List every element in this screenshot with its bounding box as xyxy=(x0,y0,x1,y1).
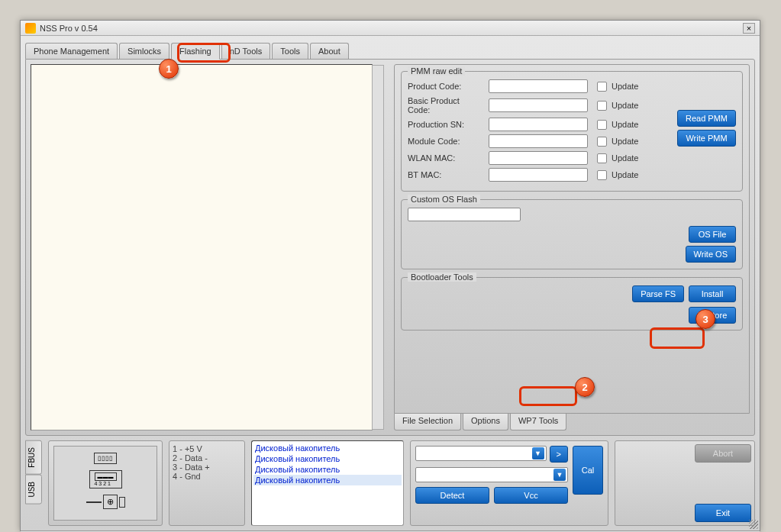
log-panel[interactable] xyxy=(31,64,373,430)
detect-button[interactable]: Detect xyxy=(415,487,489,504)
bottom-area: FBUS USB ▯▯▯▯ ▬▬▬4 3 2 1 ⊕ 1 - +5 V 2 - … xyxy=(25,440,755,526)
tab-about[interactable]: About xyxy=(310,43,349,59)
input-bt-mac[interactable] xyxy=(489,168,588,182)
right-tab-content: PMM raw edit Product Code:Update Basic P… xyxy=(394,64,750,414)
list-item[interactable]: Дисковый накопитель xyxy=(253,453,402,464)
input-module-code[interactable] xyxy=(489,134,588,148)
tab-content: PMM raw edit Product Code:Update Basic P… xyxy=(25,59,755,436)
install-button[interactable]: Install xyxy=(689,285,736,302)
right-tabs: File Selection Options WP7 Tools xyxy=(394,414,750,430)
bootloader-group: Bootloader Tools Parse FS Install Restor… xyxy=(401,277,743,330)
side-tabs: FBUS USB xyxy=(25,440,42,526)
content-area: Phone Management Simlocks Flashing nD To… xyxy=(21,36,760,530)
parse-fs-button[interactable]: Parse FS xyxy=(632,285,684,302)
usb-diagram: ▯▯▯▯ ▬▬▬4 3 2 1 ⊕ xyxy=(53,446,157,521)
bootloader-title: Bootloader Tools xyxy=(408,272,476,282)
write-pmm-button[interactable]: Write PMM xyxy=(677,130,736,147)
usb-connector-icon: ⊕ xyxy=(86,495,125,509)
pmm-group: PMM raw edit Product Code:Update Basic P… xyxy=(401,71,743,192)
label-production-sn: Production SN: xyxy=(408,120,484,129)
titlebar[interactable]: NSS Pro v 0.54 × xyxy=(21,21,760,36)
legend-3: 3 - Data + xyxy=(173,463,241,472)
right-panel: PMM raw edit Product Code:Update Basic P… xyxy=(394,64,750,430)
usb-pins: ▬▬▬4 3 2 1 xyxy=(89,470,122,488)
tab-phone-management[interactable]: Phone Management xyxy=(25,43,118,59)
tab-flashing[interactable]: Flashing xyxy=(171,43,220,60)
check-bt-mac[interactable] xyxy=(597,170,607,180)
tab-file-selection[interactable]: File Selection xyxy=(394,414,461,430)
resize-handle-icon[interactable] xyxy=(749,520,758,529)
scrollbar[interactable] xyxy=(372,65,384,430)
close-icon[interactable]: × xyxy=(743,23,755,34)
tab-tools[interactable]: Tools xyxy=(272,43,308,59)
exit-panel: Abort Exit xyxy=(615,440,755,526)
osflash-input[interactable] xyxy=(408,208,521,221)
list-item[interactable]: Дисковый накопитель xyxy=(253,464,402,475)
input-wlan-mac[interactable] xyxy=(489,151,588,165)
check-production-sn[interactable] xyxy=(597,120,607,130)
app-icon xyxy=(25,23,36,34)
label-wlan-mac: WLAN MAC: xyxy=(408,153,484,163)
exit-button[interactable]: Exit xyxy=(695,504,751,522)
osflash-title: Custom OS Flash xyxy=(408,195,480,204)
usb-panel: ▯▯▯▯ ▬▬▬4 3 2 1 ⊕ xyxy=(48,440,163,526)
tab-simlocks[interactable]: Simlocks xyxy=(119,43,169,59)
check-product-code[interactable] xyxy=(597,82,607,92)
list-item[interactable]: Дисковый накопитель xyxy=(253,443,402,453)
dropdown-1[interactable]: ▼ xyxy=(415,446,547,461)
label-module-code: Module Code: xyxy=(408,137,484,146)
pmm-title: PMM raw edit xyxy=(408,66,465,76)
abort-button[interactable]: Abort xyxy=(695,444,751,463)
read-pmm-button[interactable]: Read PMM xyxy=(677,110,736,127)
legend-4: 4 - Gnd xyxy=(173,472,241,481)
callout-3: 3 xyxy=(695,309,715,329)
input-basic-product-code[interactable] xyxy=(489,98,588,112)
list-item[interactable]: Дисковый накопитель xyxy=(253,475,402,485)
label-product-code: Product Code: xyxy=(408,82,484,91)
dropdown-2[interactable]: ▼ xyxy=(415,467,568,482)
usb-port-icon: ▯▯▯▯ xyxy=(94,453,117,464)
window-title: NSS Pro v 0.54 xyxy=(40,24,98,33)
check-basic-product-code[interactable] xyxy=(597,101,607,111)
callout-2: 2 xyxy=(575,377,595,397)
input-production-sn[interactable] xyxy=(489,118,588,131)
tab-nd-tools[interactable]: nD Tools xyxy=(221,43,271,59)
osflash-group: Custom OS Flash OS File Write OS xyxy=(401,199,743,269)
label-bt-mac: BT MAC: xyxy=(408,170,484,179)
go-button[interactable]: > xyxy=(550,446,568,463)
app-window: NSS Pro v 0.54 × Phone Management Simloc… xyxy=(20,20,760,531)
chevron-down-icon: ▼ xyxy=(532,447,544,459)
check-wlan-mac[interactable] xyxy=(597,153,607,163)
os-file-button[interactable]: OS File xyxy=(689,226,736,243)
side-tab-usb[interactable]: USB xyxy=(25,475,42,505)
check-module-code[interactable] xyxy=(597,137,607,147)
legend-1: 1 - +5 V xyxy=(173,444,241,453)
device-list[interactable]: Дисковый накопитель Дисковый накопитель … xyxy=(251,440,404,526)
top-area: Phone Management Simlocks Flashing nD To… xyxy=(25,40,755,436)
chevron-down-icon: ▼ xyxy=(553,469,566,481)
cal-button[interactable]: Cal xyxy=(573,446,603,495)
legend-panel: 1 - +5 V 2 - Data - 3 - Data + 4 - Gnd xyxy=(169,440,245,526)
legend-2: 2 - Data - xyxy=(173,453,241,463)
label-basic-product-code: Basic Product Code: xyxy=(408,96,484,114)
input-product-code[interactable] xyxy=(489,79,588,93)
main-tabs: Phone Management Simlocks Flashing nD To… xyxy=(25,40,755,59)
tab-wp7-tools[interactable]: WP7 Tools xyxy=(510,414,566,430)
side-tab-fbus[interactable]: FBUS xyxy=(25,440,42,475)
control-panel: ▼ > ▼ Detect Vcc Cal xyxy=(410,440,608,526)
tab-options[interactable]: Options xyxy=(463,414,508,430)
vcc-button[interactable]: Vcc xyxy=(494,487,568,504)
write-os-button[interactable]: Write OS xyxy=(686,246,736,263)
callout-1: 1 xyxy=(159,59,179,79)
